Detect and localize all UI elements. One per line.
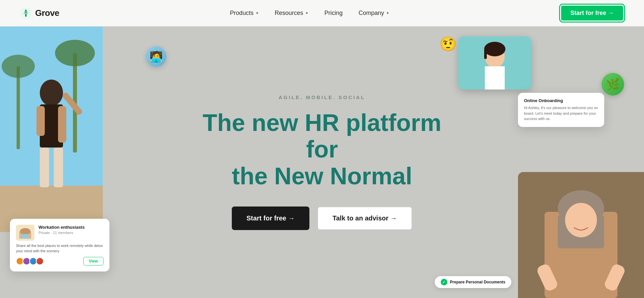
prepare-badge-label: Prepare Personal Documents xyxy=(450,280,505,284)
workation-thumb-image xyxy=(16,225,34,241)
workation-thumbnail xyxy=(16,225,34,241)
company-chevron-icon: ▼ xyxy=(386,11,389,15)
workation-view-button[interactable]: View xyxy=(83,257,103,266)
svg-point-29 xyxy=(565,203,597,237)
nav-company[interactable]: Company ▼ xyxy=(358,10,389,17)
hero-subtitle: AGILE. MOBILE. SOCIAL xyxy=(279,94,365,100)
hero-buttons: Start for free → Talk to an advisor → xyxy=(232,207,412,230)
hero-talk-advisor-button[interactable]: Talk to an advisor → xyxy=(317,207,412,230)
products-chevron-icon: ▼ xyxy=(255,11,259,15)
workation-title: Workation enthusiasts xyxy=(38,225,85,230)
right-bottom-photo xyxy=(518,172,644,298)
workation-card-header: Workation enthusiasts Private · 11 membe… xyxy=(16,225,103,241)
nav-resources[interactable]: Resources ▼ xyxy=(275,10,308,17)
workation-card: Workation enthusiasts Private · 11 membe… xyxy=(10,219,109,271)
svg-point-22 xyxy=(484,42,505,56)
nav-start-free-button[interactable]: Start for free → xyxy=(560,5,624,22)
svg-rect-1 xyxy=(25,14,27,17)
hero-start-free-button[interactable]: Start for free → xyxy=(232,207,309,230)
grove-logo-icon xyxy=(20,7,32,19)
workation-meta: Private · 11 members xyxy=(38,231,85,235)
navigation: Grove Products ▼ Resources ▼ Pricing Com… xyxy=(0,0,644,27)
nav-pricing[interactable]: Pricing xyxy=(324,10,343,17)
prepare-documents-badge: ✓ Prepare Personal Documents xyxy=(435,276,511,288)
float-avatar-right: 🌿 xyxy=(602,73,624,95)
resources-chevron-icon: ▼ xyxy=(305,11,308,15)
onboarding-card-title: Online Onboarding xyxy=(524,98,598,103)
hero-title: The new HR platform for the New Normal xyxy=(186,109,458,190)
online-onboarding-card: Online Onboarding Hi Ashley, it's our pl… xyxy=(518,93,604,127)
workation-description: Share all the best places to work remote… xyxy=(16,243,103,254)
right-person-image xyxy=(458,36,531,89)
svg-rect-23 xyxy=(484,49,487,59)
nav-products[interactable]: Products ▼ xyxy=(230,10,259,17)
workation-footer: View xyxy=(16,257,103,266)
winking-emoji: 🤨 xyxy=(439,36,457,52)
svg-rect-21 xyxy=(485,66,505,89)
workation-card-info: Workation enthusiasts Private · 11 membe… xyxy=(38,225,85,241)
onboarding-card-body: Hi Ashley, it's our pleasure to welcome … xyxy=(524,105,598,122)
logo-text: Grove xyxy=(35,8,59,18)
svg-point-17 xyxy=(20,228,31,235)
logo-link[interactable]: Grove xyxy=(20,7,59,19)
float-avatar-left: 🧑‍💻 xyxy=(146,46,166,67)
right-top-photo-card xyxy=(458,36,531,89)
member-avatar-4 xyxy=(36,257,44,265)
check-icon: ✓ xyxy=(441,279,447,285)
nav-links: Products ▼ Resources ▼ Pricing Company ▼ xyxy=(230,10,389,17)
right-bottom-person-image xyxy=(518,172,644,298)
workation-member-avatars xyxy=(16,257,44,265)
svg-rect-18 xyxy=(23,234,28,239)
